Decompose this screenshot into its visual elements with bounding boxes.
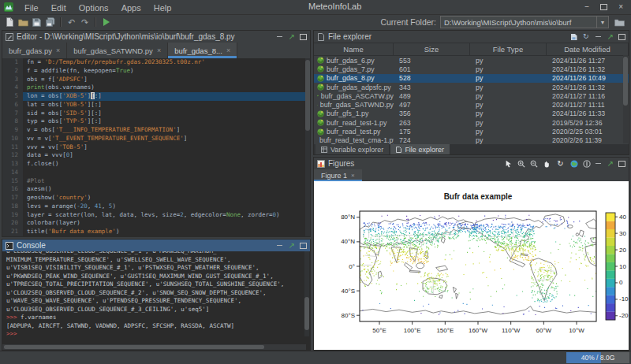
console-hscrollbar[interactable]	[2, 344, 306, 350]
current-folder-combobox[interactable]: D:\Working\MIScript\Jython\mis\io\burf ▼	[440, 16, 609, 28]
figure-canvas[interactable]: Bufr data example	[314, 181, 629, 350]
file-row[interactable]: bufr_gdas_SATWND.py497py2024/11/27 11:11	[314, 100, 629, 109]
code-line: 20colorbar(layer)	[2, 219, 310, 228]
file-explorer-maximize-icon[interactable]	[618, 34, 625, 40]
editor-tab-bar: bufr_gdas.py×bufr_gdas_SATWND.py×bufr_gd…	[2, 43, 310, 58]
editor-panel: Editor - D:\Working\MIScript\Jython\mis\…	[2, 30, 311, 237]
plot-title: Bufr data example	[360, 192, 596, 201]
figures-minimize-icon[interactable]	[596, 163, 601, 164]
pan-hand-icon[interactable]	[543, 160, 551, 168]
column-header-name[interactable]: Name	[314, 43, 394, 55]
chevron-down-icon[interactable]: ▼	[596, 17, 608, 28]
globe-tool-icon[interactable]	[570, 160, 578, 168]
file-row[interactable]: bufr_gdas_7.py601py2024/11/26 11:32	[314, 65, 629, 73]
editor-panel-title: Editor - D:\Working\MIScript\Jython\mis\…	[17, 32, 235, 41]
editor-minimize-icon[interactable]	[277, 36, 282, 37]
tab-file-explorer[interactable]: File explorer	[390, 144, 450, 154]
figure-toolbar: ↻	[505, 160, 590, 168]
pointer-tool-icon[interactable]	[505, 160, 513, 168]
file-row[interactable]: bufr_gfs_1.py356py2024/11/26 11:33	[314, 110, 629, 118]
save-button[interactable]	[30, 17, 43, 28]
browse-folder-button[interactable]	[613, 17, 626, 28]
code-line: 7sid = obs['SID-5'][:]	[2, 110, 310, 118]
code-line: 12data = vvv[0]	[2, 151, 310, 160]
editor-detach-icon[interactable]: ↗	[287, 33, 297, 40]
tab-variable-explorer[interactable]: Variable explorer	[316, 144, 389, 154]
editor-tab[interactable]: bufr_gdas_8...×	[168, 43, 237, 58]
window-minimize-icon[interactable]: −	[584, 3, 589, 11]
menu-file[interactable]: File	[18, 3, 45, 13]
toolbar-separator	[95, 17, 96, 27]
tab-figure-1[interactable]: Figure 1 ×	[314, 169, 362, 181]
editor-scrollbar[interactable]	[305, 58, 310, 236]
menu-options[interactable]: Options	[73, 3, 115, 13]
undo-button[interactable]: ↶	[65, 17, 78, 28]
code-editor[interactable]: 1fn = 'D:/Temp/bufr/prepbufr.gdas.202303…	[2, 58, 310, 236]
console-line: u'CLOU3SEQ_OBSERVED_CLOUD_SEQUENCE_#_3_C…	[6, 306, 310, 314]
figures-detach-icon[interactable]: ↗	[606, 160, 615, 167]
close-icon[interactable]: ×	[351, 172, 355, 179]
code-line: 14	[2, 169, 310, 177]
rotate-tool-icon[interactable]: ↻	[555, 160, 565, 167]
zoom-out-icon[interactable]	[530, 160, 538, 168]
current-folder-label: Current Folder:	[380, 17, 436, 27]
save-all-icon	[46, 17, 55, 27]
save-icon	[32, 18, 41, 27]
refresh-icon[interactable]: ↻	[581, 33, 591, 40]
close-icon[interactable]: ×	[226, 46, 230, 54]
console-line: >>>	[6, 330, 310, 339]
open-file-button[interactable]	[17, 17, 30, 28]
redo-button[interactable]: ↷	[78, 17, 91, 28]
column-header-size[interactable]: Size	[394, 43, 470, 55]
file-table-scrollbar[interactable]	[623, 55, 628, 143]
column-header-modified[interactable]: Date Modified	[547, 43, 629, 55]
file-row[interactable]: bufr_read_test-1.py263py2019/5/29 12:36	[314, 118, 629, 127]
editor-panel-header: Editor - D:\Working\MIScript\Jython\mis\…	[2, 31, 310, 43]
console-output[interactable]: u'CLOUDSEQ_OBSERVED_CLOUD_SEQUENCE_#_1',…	[2, 251, 310, 350]
current-folder-value: D:\Working\MIScript\Jython\mis\io\burf	[441, 18, 596, 27]
console-maximize-icon[interactable]	[300, 243, 307, 249]
save-all-button[interactable]	[43, 17, 57, 28]
menu-edit[interactable]: Edit	[45, 3, 73, 13]
window-title: MeteoInfoLab	[308, 2, 361, 11]
file-explorer-detach-icon[interactable]: ↗	[606, 33, 615, 40]
run-script-button[interactable]	[99, 17, 113, 28]
figure-tab-bar: Figure 1 ×	[314, 169, 629, 181]
column-header-filetype[interactable]: File Type	[470, 43, 547, 55]
editor-tab[interactable]: bufr_gdas.py×	[2, 43, 67, 58]
menu-apps[interactable]: Apps	[115, 3, 147, 13]
editor-maximize-icon[interactable]	[300, 34, 307, 40]
code-line: 16axesm()	[2, 185, 310, 194]
file-row[interactable]: bufr_read_test.py175py2020/2/25 03:01	[314, 127, 629, 136]
svg-text:-20: -20	[619, 312, 629, 319]
file-row[interactable]: bufr_gdas_adpsfc.py343py2024/11/26 11:32	[314, 83, 629, 91]
editor-tab[interactable]: bufr_gdas_SATWND.py×	[67, 43, 168, 58]
code-line: 2f = addfile(fn, keepopen=True)	[2, 67, 310, 76]
close-icon[interactable]: ×	[157, 46, 161, 54]
code-line: 5lon = obs['XOB-5'][:]	[2, 92, 310, 101]
window-close-icon[interactable]: ×	[618, 3, 623, 11]
app-logo-icon	[4, 2, 13, 12]
console-detach-icon[interactable]: ↗	[287, 242, 297, 249]
console-line: MINIMUM_TEMPERATURE_SEQUENCE', u'SWELLSE…	[6, 256, 310, 265]
file-row[interactable]: bufr_gdas_6.py553py2024/11/26 11:27	[314, 56, 629, 65]
console-icon	[6, 242, 13, 250]
console-vscrollbar[interactable]	[304, 251, 309, 336]
file-explorer-tab-icon	[396, 147, 401, 153]
console-line: u'PKWNDSEQ_PEAK_WIND_SEQUENCE', u'GUST1S…	[6, 273, 310, 281]
new-file-button[interactable]	[3, 17, 17, 28]
window-maximize-icon[interactable]	[600, 4, 607, 10]
file-explorer-minimize-icon[interactable]	[596, 36, 601, 37]
file-explorer-icon	[317, 33, 325, 41]
console-minimize-icon[interactable]	[277, 245, 282, 246]
console-line: u'VISB1SEQ_VISIBILITY_SEQUENCE_#_1', u'P…	[6, 264, 310, 273]
zoom-in-icon[interactable]	[517, 160, 525, 168]
close-icon[interactable]: ×	[56, 46, 60, 54]
file-row[interactable]: bufr_gdas_8.py528py2024/11/26 10:49	[314, 74, 629, 83]
file-row[interactable]: bufr_gdas_ASCATW.py489py2024/11/27 11:16	[314, 91, 629, 100]
figures-maximize-icon[interactable]	[618, 161, 625, 167]
export-file-icon[interactable]	[570, 33, 578, 41]
identify-tool-icon[interactable]	[583, 160, 591, 168]
code-line: 3obs = f['ADPSFC']	[2, 76, 310, 84]
menu-help[interactable]: Help	[147, 3, 178, 13]
